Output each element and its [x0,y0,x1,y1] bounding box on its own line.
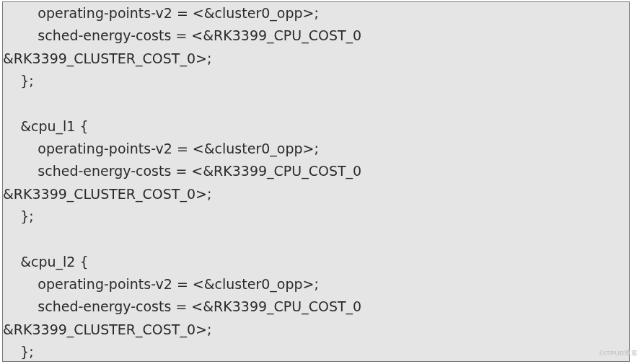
code-line: &cpu_l1 { [3,118,89,134]
code-block: operating-points-v2 = <&cluster0_opp>; s… [2,1,630,362]
code-line: operating-points-v2 = <&cluster0_opp>; [3,141,319,156]
code-line: sched-energy-costs = <&RK3399_CPU_COST_0 [3,298,361,314]
code-line: }; [3,208,34,224]
watermark: ©ITPUB博客 [599,349,638,358]
code-line: operating-points-v2 = <&cluster0_opp>; [3,5,319,21]
code-line: &cpu_l2 { [3,254,89,270]
code-line: sched-energy-costs = <&RK3399_CPU_COST_0 [3,163,361,179]
code-line: }; [3,73,34,89]
code-line: sched-energy-costs = <&RK3399_CPU_COST_0 [3,27,361,43]
code-line: &RK3399_CLUSTER_COST_0>; [3,50,211,66]
code-line: }; [3,344,34,360]
code-line: &RK3399_CLUSTER_COST_0>; [3,186,211,202]
code-line: &RK3399_CLUSTER_COST_0>; [3,321,211,337]
code-line: operating-points-v2 = <&cluster0_opp>; [3,276,319,292]
